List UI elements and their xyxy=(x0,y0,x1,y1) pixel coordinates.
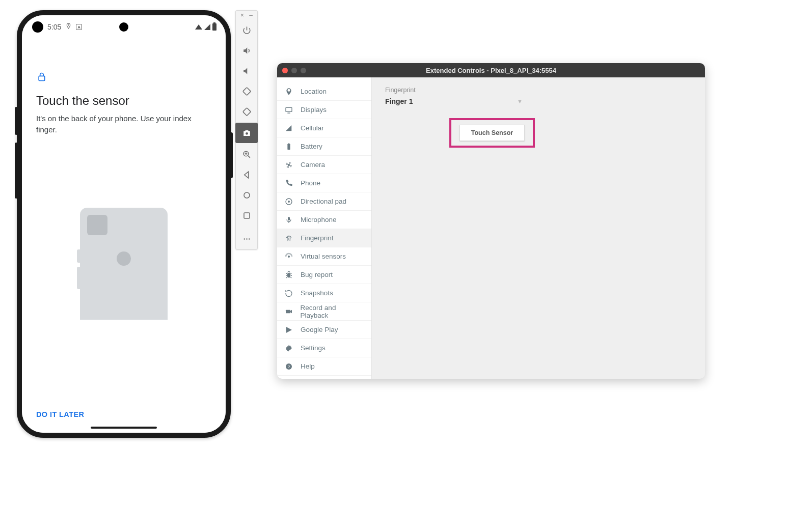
phone-side-button xyxy=(230,132,233,178)
sidebar-item-label: Virtual sensors xyxy=(301,252,346,260)
svg-rect-11 xyxy=(286,107,292,111)
sidebar-item-cellular[interactable]: Cellular xyxy=(277,119,371,137)
sensors-icon xyxy=(284,252,293,261)
battery-icon xyxy=(284,142,293,151)
play-icon xyxy=(284,325,293,334)
sidebar-item-label: Phone xyxy=(301,179,320,187)
window-title: Extended Controls - Pixel_8_API_34:5554 xyxy=(426,67,556,74)
minimize-window-icon[interactable] xyxy=(291,68,297,73)
chevron-down-icon: ▼ xyxy=(517,98,523,104)
sidebar-item-bug-report[interactable]: Bug report xyxy=(277,266,371,284)
finger-select[interactable]: Finger 1 ▼ xyxy=(385,95,523,108)
nav-pill[interactable] xyxy=(91,427,157,429)
sidebar-item-label: Google Play xyxy=(301,326,338,333)
phone-side-button xyxy=(15,107,18,135)
sidebar-item-battery[interactable]: Battery xyxy=(277,137,371,156)
sidebar-item-fingerprint[interactable]: Fingerprint xyxy=(277,229,371,247)
status-box-icon: A xyxy=(76,24,82,30)
sidebar-item-label: Microphone xyxy=(301,216,337,223)
extended-main-panel: Fingerprint Finger 1 ▼ Touch Sensor xyxy=(372,77,705,379)
extended-sidebar: LocationDisplaysCellularBatteryCameraPho… xyxy=(277,77,372,379)
zoom-icon[interactable] xyxy=(235,144,258,164)
svg-rect-1 xyxy=(39,76,45,80)
snapshot-icon xyxy=(284,289,293,298)
toolbar-close-button[interactable]: × xyxy=(240,12,244,19)
sidebar-item-label: Battery xyxy=(301,143,322,150)
close-window-icon[interactable] xyxy=(282,68,288,73)
toolbar-minimize-button[interactable]: – xyxy=(249,12,253,19)
phone-icon xyxy=(284,179,293,188)
record-icon xyxy=(284,307,293,316)
battery-icon xyxy=(212,23,216,31)
overview-icon[interactable] xyxy=(235,205,258,226)
location-pin-icon xyxy=(65,23,72,31)
phone-camera-graphic xyxy=(87,215,107,235)
sidebar-item-label: Camera xyxy=(301,161,325,169)
wifi-icon xyxy=(195,24,202,30)
svg-rect-12 xyxy=(287,144,290,149)
fingerprint-sensor-graphic xyxy=(117,251,131,266)
sidebar-item-label: Directional pad xyxy=(301,198,346,205)
traffic-lights xyxy=(282,68,306,73)
sidebar-item-camera[interactable]: Camera xyxy=(277,156,371,174)
sidebar-item-record-and-playback[interactable]: Record and Playback xyxy=(277,302,371,321)
touch-sensor-button[interactable]: Touch Sensor xyxy=(459,125,525,141)
sidebar-item-google-play[interactable]: Google Play xyxy=(277,321,371,339)
power-icon[interactable] xyxy=(235,20,258,40)
fingerprint-icon xyxy=(284,234,293,243)
sidebar-item-location[interactable]: Location xyxy=(277,82,371,101)
svg-text:?: ? xyxy=(288,364,290,369)
sidebar-item-phone[interactable]: Phone xyxy=(277,174,371,192)
svg-rect-3 xyxy=(242,107,251,116)
sidebar-item-virtual-sensors[interactable]: Virtual sensors xyxy=(277,247,371,266)
sidebar-item-directional-pad[interactable]: Directional pad xyxy=(277,192,371,211)
status-bar: 5:05 A xyxy=(22,15,226,39)
location-icon xyxy=(284,87,293,96)
extended-controls-window: Extended Controls - Pixel_8_API_34:5554 … xyxy=(277,63,705,379)
emulator-phone-frame: 5:05 A Touch the sensor It's on the back… xyxy=(17,10,231,438)
bug-icon xyxy=(284,270,293,279)
svg-rect-17 xyxy=(288,217,290,220)
svg-rect-2 xyxy=(242,87,251,95)
do-it-later-button[interactable]: DO IT LATER xyxy=(36,410,84,418)
volume-down-icon[interactable] xyxy=(235,61,258,81)
sidebar-item-displays[interactable]: Displays xyxy=(277,101,371,119)
help-icon: ? xyxy=(284,362,293,371)
sidebar-item-label: Bug report xyxy=(301,271,333,278)
svg-point-6 xyxy=(243,192,249,198)
svg-point-0 xyxy=(68,24,69,25)
rotate-left-icon[interactable] xyxy=(235,81,258,101)
home-icon[interactable] xyxy=(235,185,258,205)
lock-icon xyxy=(36,71,47,82)
status-dot-icon xyxy=(32,21,43,33)
touch-sensor-highlight: Touch Sensor xyxy=(449,118,535,148)
camera-icon xyxy=(284,160,293,170)
svg-rect-20 xyxy=(286,310,290,313)
sidebar-item-label: Displays xyxy=(301,106,327,114)
more-icon[interactable] xyxy=(235,229,258,249)
sidebar-item-help[interactable]: ?Help xyxy=(277,357,371,376)
back-icon[interactable] xyxy=(235,164,258,185)
window-titlebar[interactable]: Extended Controls - Pixel_8_API_34:5554 xyxy=(277,63,705,77)
svg-point-9 xyxy=(246,238,248,240)
svg-rect-7 xyxy=(243,212,249,218)
volume-up-icon[interactable] xyxy=(235,40,258,61)
phone-side-button xyxy=(15,143,18,199)
svg-point-8 xyxy=(243,238,245,240)
sidebar-item-snapshots[interactable]: Snapshots xyxy=(277,284,371,302)
svg-point-16 xyxy=(288,201,290,203)
sidebar-item-label: Snapshots xyxy=(301,289,333,297)
phone-back-graphic xyxy=(80,208,168,320)
rotate-right-icon[interactable] xyxy=(235,101,258,122)
sidebar-item-microphone[interactable]: Microphone xyxy=(277,211,371,229)
phone-screen[interactable]: 5:05 A Touch the sensor It's on the back… xyxy=(22,15,226,433)
phone-button-graphic xyxy=(77,249,80,263)
screenshot-icon[interactable] xyxy=(235,123,258,143)
sidebar-item-settings[interactable]: Settings xyxy=(277,339,371,357)
svg-point-4 xyxy=(246,132,248,134)
maximize-window-icon[interactable] xyxy=(301,68,306,73)
sidebar-item-label: Fingerprint xyxy=(301,234,334,242)
sidebar-item-label: Help xyxy=(301,362,315,370)
finger-select-value: Finger 1 xyxy=(385,97,413,105)
fingerprint-section-label: Fingerprint xyxy=(385,87,692,94)
